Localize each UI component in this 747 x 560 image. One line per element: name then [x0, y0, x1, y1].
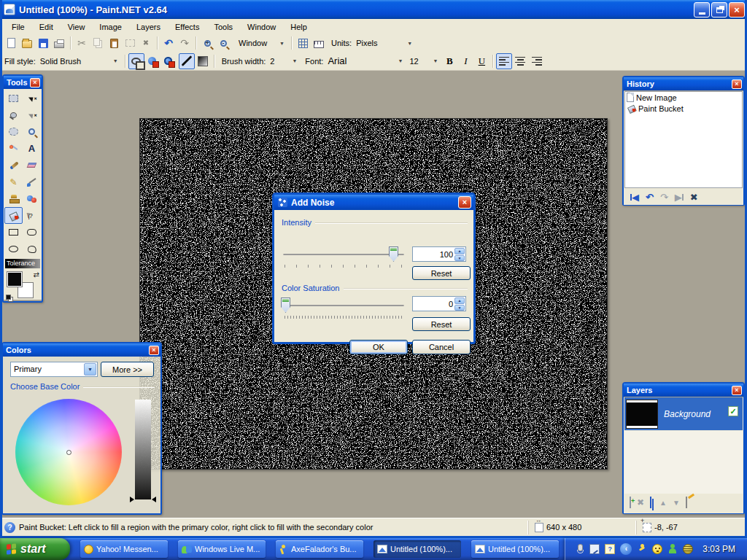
task-paintnet-2[interactable]: Untitled (100%)...	[471, 540, 559, 558]
hide-icons-chevron[interactable]: ‹	[620, 543, 632, 555]
tool-pencil[interactable]: ✎	[4, 174, 23, 190]
history-redo-button[interactable]: ↷	[660, 192, 668, 202]
history-undo-button[interactable]: ↶	[646, 192, 654, 202]
tool-eraser[interactable]	[23, 157, 41, 174]
layer-properties-button[interactable]	[686, 497, 687, 508]
move-layer-up-button[interactable]: ▲	[659, 499, 667, 507]
color-mode-dropdown[interactable]: Primary ▼	[10, 362, 98, 377]
zoom-in-button[interactable]: +	[199, 35, 215, 51]
intensity-input[interactable]	[413, 247, 454, 261]
tool-color-picker[interactable]	[23, 174, 41, 190]
add-layer-button[interactable]	[630, 497, 631, 508]
tool-rectangle-select[interactable]	[4, 90, 23, 106]
saturation-reset-button[interactable]: Reset	[412, 317, 471, 331]
zoom-mode-dropdown[interactable]: Window ▼	[236, 39, 288, 47]
line-mode-button[interactable]	[179, 53, 195, 69]
paste-button[interactable]	[106, 35, 122, 51]
menu-window[interactable]: Window	[240, 20, 283, 34]
msn-person-icon[interactable]	[667, 544, 678, 554]
redo-button[interactable]: ↷	[177, 35, 193, 51]
fast-forward-button[interactable]: ▶	[675, 192, 684, 202]
history-item-paint-bucket[interactable]: Paint Bucket	[625, 103, 742, 114]
history-item-new-image[interactable]: New Image	[625, 92, 742, 103]
cut-button[interactable]: ✂	[74, 35, 90, 51]
menu-help[interactable]: Help	[283, 20, 314, 34]
tool-lasso-select[interactable]	[4, 106, 23, 123]
align-left-button[interactable]	[496, 53, 512, 69]
reset-colors-icon[interactable]	[6, 295, 11, 300]
task-axefalador[interactable]: AxeFalador's Bu...	[276, 540, 363, 558]
duplicate-layer-button[interactable]	[650, 497, 654, 508]
close-icon[interactable]: ×	[458, 196, 471, 209]
close-icon[interactable]: ×	[149, 346, 159, 355]
font-dropdown[interactable]: Arial ▼	[325, 55, 406, 66]
spin-down-icon[interactable]: ▼	[454, 305, 465, 311]
messenger-pen-icon[interactable]	[589, 544, 600, 554]
saturation-input[interactable]	[413, 297, 454, 311]
clear-history-button[interactable]: ✖	[690, 192, 698, 202]
tool-rounded-rectangle[interactable]	[23, 224, 41, 241]
tolerance-slider[interactable]: Tolerance	[5, 259, 40, 268]
color-wheel[interactable]	[15, 399, 122, 505]
close-button[interactable]: ×	[729, 2, 745, 18]
tool-line-curve[interactable]	[23, 207, 41, 224]
intensity-reset-button[interactable]: Reset	[412, 266, 471, 280]
menu-view[interactable]: View	[61, 20, 93, 34]
layer-visible-checkbox[interactable]: ✓	[728, 406, 738, 416]
close-icon[interactable]: ×	[732, 386, 742, 395]
bold-button[interactable]: B	[441, 53, 457, 69]
spin-up-icon[interactable]: ▲	[454, 298, 465, 304]
menu-file[interactable]: File	[4, 20, 32, 34]
tool-paintbrush[interactable]	[4, 157, 23, 174]
rewind-button[interactable]: ◀	[630, 192, 639, 202]
layer-row-background[interactable]: Background ✓	[624, 397, 743, 430]
tool-magic-wand[interactable]	[4, 140, 23, 157]
swap-colors-icon[interactable]: ⇄	[34, 271, 39, 279]
start-button[interactable]: start	[0, 538, 70, 560]
shape-outline-button[interactable]	[128, 53, 144, 69]
cancel-button[interactable]: Cancel	[412, 340, 471, 354]
value-slider[interactable]	[135, 400, 151, 499]
ruler-toggle-button[interactable]	[311, 35, 327, 51]
menu-edit[interactable]: Edit	[32, 20, 61, 34]
new-document-button[interactable]	[3, 35, 19, 51]
yahoo-smiley-icon[interactable]	[652, 544, 662, 554]
task-windows-live-messenger[interactable]: Windows Live M...	[178, 540, 266, 558]
shape-both-button[interactable]	[160, 53, 177, 69]
underline-button[interactable]: U	[473, 53, 489, 69]
minimize-button[interactable]	[694, 2, 710, 18]
menu-effects[interactable]: Effects	[168, 20, 206, 34]
zoom-out-button[interactable]: -	[215, 35, 231, 51]
color-wheel-selector[interactable]	[66, 450, 71, 455]
value-slider-marker-left[interactable]	[130, 497, 134, 502]
more-button[interactable]: More >>	[101, 362, 154, 377]
italic-button[interactable]: I	[457, 53, 473, 69]
tool-text[interactable]: A	[23, 140, 41, 157]
intensity-slider-thumb[interactable]	[389, 246, 398, 262]
tool-move-selection[interactable]	[23, 106, 41, 123]
value-slider-marker-right[interactable]	[152, 497, 156, 502]
task-paintnet-1[interactable]: Untitled (100%)...	[374, 540, 461, 558]
align-center-button[interactable]	[512, 53, 528, 69]
tool-zoom[interactable]	[23, 123, 41, 140]
save-button[interactable]	[35, 35, 51, 51]
open-button[interactable]	[19, 35, 35, 51]
gradient-mode-button[interactable]	[195, 53, 211, 69]
restore-button[interactable]	[711, 2, 727, 18]
undo-button[interactable]: ↶	[160, 35, 177, 51]
close-icon[interactable]: ×	[30, 78, 40, 88]
shape-interior-button[interactable]	[144, 53, 160, 69]
ok-button[interactable]: OK	[349, 340, 408, 354]
tool-ellipse[interactable]	[4, 241, 23, 257]
task-yahoo-messenger[interactable]: Yahoo! Messen...	[80, 540, 168, 558]
saturation-slider-thumb[interactable]	[281, 298, 290, 313]
help-page-icon[interactable]: ?	[605, 544, 615, 554]
tool-freeform[interactable]	[23, 241, 41, 257]
tool-paint-bucket[interactable]	[4, 207, 23, 224]
print-button[interactable]	[51, 35, 67, 51]
brush-width-dropdown[interactable]: 2 ▼	[267, 57, 301, 66]
spin-down-icon[interactable]: ▼	[454, 255, 465, 262]
font-size-dropdown[interactable]: 12 ▼	[406, 57, 441, 66]
tool-clone-stamp[interactable]	[4, 190, 23, 207]
delete-layer-button[interactable]: ✖	[637, 497, 644, 508]
